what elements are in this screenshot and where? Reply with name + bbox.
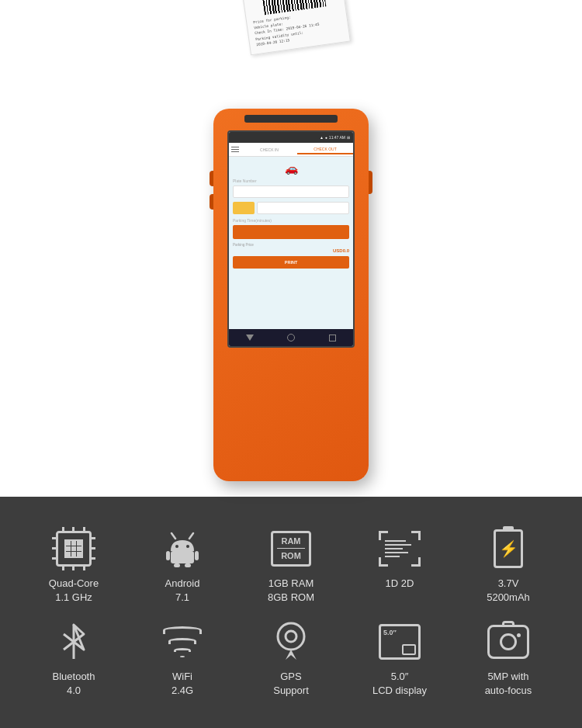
cpu-label: Quad-Core1.1 GHz [49,577,99,605]
spec-wifi: WiFi2.4G [132,620,233,698]
cpu-icon [52,527,95,570]
svg-rect-5 [166,551,170,560]
printer-slot [244,115,338,123]
barcode-label: 1D 2D [386,577,414,591]
camera-label: 5MP withauto-focus [485,670,532,698]
screen-content: 🚗 Plate Number Parking Time(minutes) Par… [229,157,353,277]
svg-point-11 [286,631,296,642]
android-label: Android7.1 [165,577,200,605]
lcd-label: 5.0″LCD display [372,670,427,698]
svg-rect-7 [174,563,180,567]
ram-rom-icon: RAM ROM [269,527,313,570]
apps-icon: ⊞ [347,135,350,140]
device-screen: ▲ ● 11:47 AM ⊞ CHECK IN CHECK OUT [227,130,355,348]
price-display: USD0.0 [233,248,349,253]
battery-icon: ⚡ [487,527,530,570]
plate-input[interactable] [233,185,349,198]
spec-android: Android7.1 [132,527,233,605]
tab-checkout[interactable]: CHECK OUT [297,145,353,154]
wifi-label: WiFi2.4G [171,670,193,698]
lcd-size-text: 5.0″ [383,629,397,636]
device-body: ▲ ● 11:47 AM ⊞ CHECK IN CHECK OUT [213,109,369,481]
specs-grid: Quad-Core1.1 GHz [23,527,559,699]
spec-gps: GPSSupport [241,620,341,698]
spec-barcode: 1D 2D [349,527,450,605]
color-indicator [233,202,255,214]
volume-up-button[interactable] [210,171,213,186]
print-button[interactable]: PRINT [233,256,349,269]
ram-rom-label: 1GB RAM8GB ROM [268,577,314,605]
signal-icon: ● [325,135,327,140]
color-input-row [233,202,349,214]
price-label-text: Parking Price [233,243,349,247]
barcode-scan-icon [378,527,421,570]
spec-cpu: Quad-Core1.1 GHz [23,527,124,605]
svg-line-1 [189,533,193,539]
tab-checkin[interactable]: CHECK IN [241,146,297,154]
recent-button[interactable] [329,335,336,341]
gps-icon [269,620,313,664]
battery-label: 3.7V5200mAh [487,577,530,605]
time-selector[interactable] [233,225,349,239]
bluetooth-icon [52,620,95,664]
bluetooth-label: Bluetooth4.0 [53,670,95,698]
home-button[interactable] [287,334,295,341]
screen-nav [229,329,353,346]
receipt-paper: 2019-04-26 11:46 No. 020 Price for parki… [235,0,351,55]
device-image: 2019-04-26 11:46 No. 020 Price for parki… [175,31,407,481]
svg-rect-4 [171,551,194,563]
color-input[interactable] [257,202,349,214]
plate-input-row [233,185,349,198]
spec-bluetooth: Bluetooth4.0 [23,620,124,698]
power-button[interactable] [369,171,372,194]
spec-camera: 5MP withauto-focus [458,620,559,698]
screen-tabs: CHECK IN CHECK OUT [229,143,353,157]
android-icon [161,527,204,570]
camera-icon [487,620,530,664]
gps-label: GPSSupport [273,670,309,698]
specs-section: Quad-Core1.1 GHz [0,497,582,728]
svg-point-10 [278,623,304,650]
spec-ram-rom: RAM ROM 1GB RAM8GB ROM [241,527,341,605]
lcd-display-icon: 5.0″ [378,620,421,664]
wifi-icon [161,620,204,664]
time-display: 11:47 AM [329,135,345,140]
screen-status-bar: ▲ ● 11:47 AM ⊞ [229,132,353,143]
volume-down-button[interactable] [210,194,213,210]
svg-point-2 [175,545,178,548]
plate-label: Plate Number [233,179,349,183]
spec-lcd: 5.0″ 5.0″LCD display [349,620,450,698]
svg-rect-8 [185,563,191,567]
product-section: 2019-04-26 11:46 No. 020 Price for parki… [0,0,582,497]
menu-icon[interactable] [229,144,241,155]
time-label: Parking Time(minutes) [233,218,349,223]
svg-line-0 [171,533,175,539]
svg-point-3 [186,545,189,548]
back-button[interactable] [246,335,254,341]
svg-rect-6 [195,551,199,560]
spec-battery: ⚡ 3.7V5200mAh [458,527,559,605]
wifi-status-icon: ▲ [320,135,324,140]
